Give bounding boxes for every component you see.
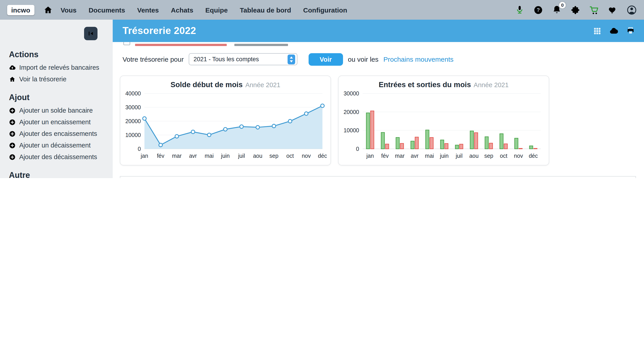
sidebar-sections: ActionsImport de relevés bancairesVoir l… [0,50,113,178]
plus-circle-icon [9,154,16,160]
sidebar: ActionsImport de relevés bancairesVoir l… [0,20,113,178]
collapse-sidebar-button[interactable] [84,27,98,40]
nav-item-documents[interactable]: Documents [88,6,125,14]
svg-text:juil: juil [238,153,245,159]
svg-text:40000: 40000 [125,90,141,96]
sidebar-item-import-de-releves-bancaires[interactable]: Import de relevés bancaires [9,64,109,71]
brand-logo[interactable]: incwo [7,5,34,15]
account-select[interactable]: 2021 - Tous les comptes [189,53,298,65]
svg-text:déc: déc [529,153,538,159]
svg-text:mar: mar [172,153,182,159]
cart-icon[interactable] [589,5,599,15]
user-avatar-icon[interactable] [626,5,637,15]
nav-item-equipe[interactable]: Equipe [205,6,228,14]
sidebar-item-ajouter-des-encaissements[interactable]: Ajouter des encaissements [9,130,109,138]
plugins-puzzle-icon[interactable] [571,5,580,14]
page-header: Trésorerie 2022 [113,20,644,42]
svg-text:avr: avr [411,153,418,159]
svg-text:juin: juin [440,153,448,159]
sidebar-item-label: Ajouter un encaissement [19,118,90,126]
main-content: Trésorerie 2022 Votre trésorerie pour 20… [113,20,644,178]
sidebar-item-label: Ajouter un décaissement [19,142,90,149]
account-select-value: 2021 - Tous les comptes [194,56,259,62]
page-title: Trésorerie 2022 [122,25,196,37]
chart-title: Solde début de moisAnnée 2021 [120,80,330,89]
svg-text:oct: oct [500,153,507,159]
nav-item-ventes[interactable]: Ventes [137,6,159,14]
month-header: Déc [604,176,636,178]
svg-text:30000: 30000 [125,104,141,110]
sidebar-heading-autre: Autre [9,171,113,178]
svg-text:30000: 30000 [344,90,359,96]
month-header: Mar [319,176,350,178]
sidebar-item-label: Voir la trésorerie [19,75,66,83]
notifications-bell[interactable]: 0 [552,5,562,15]
prochains-mouvements-link[interactable]: Prochains mouvements [384,55,454,63]
top-navbar: incwo VousDocumentsVentesAchatsEquipeTab… [0,0,644,20]
plus-circle-icon [9,130,16,137]
checkbox[interactable] [124,42,130,45]
sidebar-item-label: Ajouter des décaissements [19,153,97,161]
or-text: ou voir les [348,55,378,63]
sidebar-item-label: Ajouter un solde bancaire [19,107,93,114]
monthly-summary-table: en €JanFévMarAvrMaiJuiJulAouSepOctNovDéc… [120,176,636,178]
svg-text:oct: oct [286,153,294,159]
navbar-actions: 0 [515,5,637,15]
printer-icon[interactable] [626,26,635,35]
sidebar-item-ajouter-un-decaissement[interactable]: Ajouter un décaissement [9,142,109,149]
help-icon[interactable] [534,5,543,14]
sidebar-item-label: Ajouter des encaissements [19,130,97,138]
sidebar-item-ajouter-un-solde-bancaire[interactable]: Ajouter un solde bancaire [9,107,109,114]
sidebar-item-label: Import de relevés bancaires [19,64,99,71]
nav-item-achats[interactable]: Achats [171,6,193,14]
treasury-controls: Votre trésorerie pour 2021 - Tous les co… [113,47,644,67]
clipped-red-text-fragment [135,44,227,46]
nav-item-configuration[interactable]: Configuration [303,6,347,14]
home-icon [9,76,16,83]
svg-text:10000: 10000 [344,127,359,133]
clipped-dark-text-fragment [234,44,288,46]
plus-circle-icon [9,107,16,114]
svg-text:fév: fév [157,153,164,159]
svg-text:mar: mar [395,153,404,159]
month-header: Jul [446,176,478,178]
grid-view-icon[interactable] [593,26,602,35]
sidebar-item-ajouter-un-encaissement[interactable]: Ajouter un encaissement [9,118,109,126]
svg-text:sep: sep [484,153,493,159]
plus-circle-icon [9,119,16,126]
microphone-icon[interactable] [515,5,524,15]
month-header: Sep [509,176,541,178]
nav-item-tableau-de-bord[interactable]: Tableau de bord [240,6,291,14]
sidebar-heading-ajout: Ajout [9,93,113,102]
home-icon[interactable] [43,5,52,14]
svg-text:0: 0 [356,146,359,152]
svg-text:20000: 20000 [344,109,359,115]
cloud-upload-icon [9,64,16,71]
svg-text:10000: 10000 [125,132,141,138]
monthly-table-section: en €JanFévMarAvrMaiJuiJulAouSepOctNovDéc… [113,165,644,178]
sidebar-item-voir-la-tresorerie[interactable]: Voir la trésorerie [9,75,109,83]
svg-text:juin: juin [221,153,230,159]
nav-menu: VousDocumentsVentesAchatsEquipeTableau d… [60,6,347,14]
svg-text:sep: sep [270,153,278,159]
cloud-icon[interactable] [609,26,618,35]
plus-circle-icon [9,142,16,149]
controls-label: Votre trésorerie pour [122,55,184,63]
month-header: Fév [287,176,319,178]
month-header: Aou [477,176,509,178]
svg-text:jan: jan [140,153,148,159]
unit-label: en € [120,176,255,178]
svg-text:nov: nov [302,153,311,159]
svg-text:aou: aou [469,153,479,159]
sidebar-item-ajouter-des-decaissements[interactable]: Ajouter des décaissements [9,153,109,161]
heart-icon[interactable] [608,5,618,14]
collapse-left-icon [87,30,94,37]
nav-item-vous[interactable]: Vous [60,6,76,14]
page-header-actions [593,26,635,35]
svg-text:avr: avr [189,153,197,159]
voir-button[interactable]: Voir [308,53,343,65]
svg-text:aou: aou [253,153,262,159]
svg-text:nov: nov [514,153,523,159]
month-header: Jan [255,176,287,178]
month-header: Avr [350,176,382,178]
